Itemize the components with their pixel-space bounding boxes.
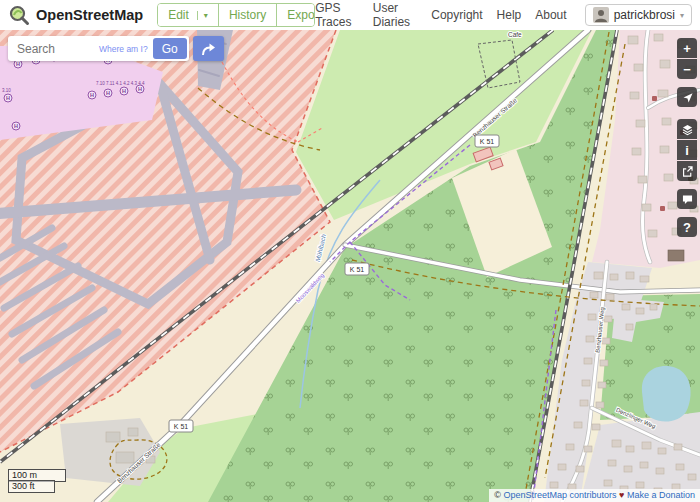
svg-text:K 51: K 51: [480, 138, 495, 145]
osm-logo-brand[interactable]: OpenStreetMap: [8, 4, 143, 26]
user-dropdown-caret: ▾: [680, 11, 684, 20]
pond: [642, 366, 691, 421]
layers-icon: [681, 123, 694, 136]
scale-imperial: 300 ft: [8, 480, 55, 493]
locate-arrow-icon: [681, 91, 694, 104]
username: patrickbrosi: [614, 8, 675, 22]
user-menu-button[interactable]: patrickbrosi ▾: [585, 4, 692, 26]
edit-button[interactable]: Edit ▾: [158, 4, 219, 26]
add-note-button[interactable]: [677, 189, 697, 209]
contributors-link[interactable]: OpenStreetMap contributors: [504, 490, 617, 500]
helipad-small-label: 3.10: [2, 88, 11, 93]
search-overlay: Where am I? Go: [8, 36, 224, 61]
attribution: © OpenStreetMap contributors ♥ Make a Do…: [489, 489, 700, 502]
cafe-label: Cafe: [508, 31, 522, 38]
history-button[interactable]: History: [219, 4, 277, 26]
share-button[interactable]: [677, 161, 697, 181]
go-button[interactable]: Go: [153, 38, 187, 59]
map-controls: + − i ?: [677, 38, 697, 237]
brand-title: OpenStreetMap: [36, 7, 143, 23]
note-bubble-icon: [681, 193, 694, 206]
search-input[interactable]: [15, 41, 97, 57]
header: OpenStreetMap Edit ▾ History Export GPS …: [0, 0, 700, 30]
scale-metric: 100 m: [8, 469, 66, 482]
nav-gps-traces[interactable]: GPS Traces: [315, 1, 359, 29]
svg-text:H: H: [16, 61, 20, 67]
where-am-i-link[interactable]: Where am I?: [99, 44, 148, 54]
search-box: Where am I? Go: [8, 36, 189, 61]
donation-link[interactable]: Make a Donation: [627, 490, 695, 500]
avatar: [593, 7, 609, 23]
helipad-numbers-label: 7.10 7.11 4.1 4.2 4.3 4.4: [96, 81, 145, 86]
svg-text:H: H: [14, 123, 18, 129]
layers-button[interactable]: [677, 119, 697, 139]
svg-text:K 51: K 51: [350, 266, 365, 273]
export-button[interactable]: Export: [277, 4, 315, 26]
header-nav: GPS Traces User Diaries Copyright Help A…: [315, 1, 692, 29]
edit-dropdown-caret[interactable]: ▾: [197, 11, 208, 20]
directions-button[interactable]: [193, 36, 224, 61]
svg-text:H: H: [138, 86, 142, 92]
zoom-out-button[interactable]: −: [677, 59, 697, 79]
scale-bar: 100 m 300 ft: [8, 469, 66, 494]
header-button-group: Edit ▾ History Export: [157, 3, 315, 27]
svg-text:H: H: [106, 90, 110, 96]
heart-icon: ♥: [619, 490, 624, 500]
locate-button[interactable]: [677, 87, 697, 107]
nav-copyright[interactable]: Copyright: [431, 8, 482, 22]
map-key-button[interactable]: i: [677, 140, 697, 160]
copyright-symbol: ©: [494, 490, 501, 500]
svg-text:K 51: K 51: [174, 423, 189, 430]
edit-label: Edit: [168, 8, 189, 22]
zoom-in-button[interactable]: +: [677, 38, 697, 58]
directions-arrow-icon: [199, 40, 217, 58]
svg-text:H: H: [90, 92, 94, 98]
svg-text:H: H: [6, 95, 10, 101]
svg-text:H: H: [122, 88, 126, 94]
nav-about[interactable]: About: [535, 8, 566, 22]
osm-logo-icon: [8, 4, 30, 26]
share-icon: [681, 165, 694, 178]
nav-user-diaries[interactable]: User Diaries: [373, 1, 417, 29]
map-canvas[interactable]: H H H H H H H H H H H H 7.10 7.11 4.1 4.…: [0, 30, 700, 502]
query-features-button[interactable]: ?: [677, 217, 697, 237]
nav-help[interactable]: Help: [497, 8, 522, 22]
